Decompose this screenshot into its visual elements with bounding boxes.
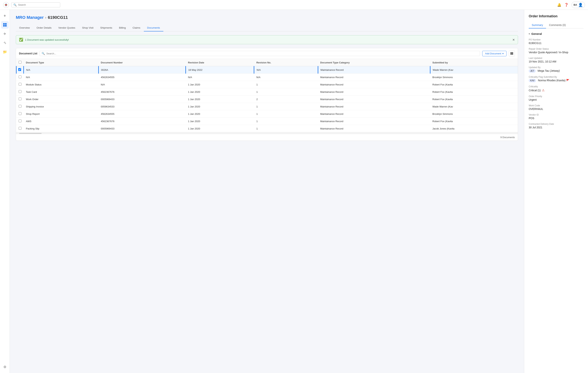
col-submitted-by: Submitted by (430, 59, 518, 66)
document-search-box[interactable]: 🔍 (40, 51, 480, 56)
svg-rect-4 (3, 25, 5, 27)
cell-doc-number: 0026A (99, 66, 186, 73)
breadcrumb-link[interactable]: MRO Manager (16, 15, 44, 20)
cell-revision-no: 1 (254, 81, 318, 88)
add-document-button[interactable]: Add Document ▾ (482, 51, 506, 56)
cell-category: Maintainance Record (318, 103, 430, 110)
row-checkbox[interactable] (19, 97, 21, 100)
row-checkbox[interactable] (19, 83, 21, 86)
sidebar-item-flights[interactable]: ✈ (1, 30, 9, 38)
search-input[interactable] (18, 3, 58, 6)
cell-revision-date: 1 Jan 2020 (186, 103, 254, 110)
updated-by-value: JET Mega Tau (Jetway) (529, 69, 584, 73)
contracted-delivery-value: 30 Jul 2021 (529, 126, 584, 129)
table-row[interactable]: AWS 4562367676 1 Jan 2020 1 Maintainance… (16, 118, 518, 125)
cell-submitted-by: Wade Warren (Kav (430, 66, 518, 73)
table-row[interactable]: Packing Slip 0005969433 1 Jan 2020 1 Mai… (16, 125, 518, 132)
dropdown-arrow-icon: ▾ (502, 52, 504, 55)
row-checkbox[interactable] (19, 127, 21, 130)
tab-shipments[interactable]: Shipments (97, 24, 116, 31)
table-row[interactable]: Shipping Invoice 0059634533 1 Jan 2020 1… (16, 103, 518, 110)
cell-revision-no: 1 (254, 125, 318, 132)
section-collapse-icon: ▾ (529, 32, 530, 35)
document-list-title: Document List (19, 52, 37, 55)
table-row[interactable]: Shop Report 4562634555 1 Jan 2020 1 Main… (16, 110, 518, 118)
row-checkbox[interactable] (19, 120, 21, 122)
sidebar-item-add[interactable]: + (1, 12, 9, 20)
contracted-delivery-row: Contracted Delivery Date 30 Jul 2021 (529, 123, 584, 129)
table-row[interactable]: N/A 4562634555 N/A N/A Maintainance Reco… (16, 73, 518, 81)
cell-revision-date: 1 Jan 2020 (186, 96, 254, 103)
user-avatar-button[interactable]: BA 👤 (571, 2, 585, 8)
criticality-flag-value: KAV Norma Rhodes (Kavita) 🚩 (529, 79, 584, 82)
notifications-icon[interactable]: 🔔 (557, 3, 561, 7)
cell-doc-number: 4562634555 (99, 73, 186, 81)
flag-icon: 🚩 (566, 79, 569, 82)
cell-category: Maintainance Record (318, 118, 430, 125)
cell-revision-no: 1 (254, 103, 318, 110)
sidebar: + ✈ ✂ 📁 ⚙ (0, 10, 10, 373)
tab-documents[interactable]: Documents (144, 24, 163, 31)
row-checkbox[interactable] (18, 68, 21, 71)
breadcrumb-current: 6190CG11 (48, 15, 68, 20)
col-document-type: Document Type (24, 59, 99, 66)
search-box[interactable]: 🔍 (11, 2, 60, 7)
breadcrumb: MRO Manager › 6190CG11 (16, 15, 518, 20)
cell-revision-date: 1 Jan 2020 (186, 110, 254, 118)
tab-billing[interactable]: Billing (116, 24, 129, 31)
sidebar-item-tools[interactable]: ✂ (0, 38, 10, 48)
cell-doc-number: 0005969433 (99, 96, 186, 103)
updated-by-row: Updated By JET Mega Tau (Jetway) (529, 66, 584, 73)
cell-submitted-by: Wade Warren (Kav (430, 103, 518, 110)
svg-point-1 (5, 4, 7, 6)
row-checkbox[interactable] (19, 105, 21, 108)
cell-doc-number: 4562367676 (99, 88, 186, 96)
document-count: 9 Documents (500, 136, 515, 139)
document-search-input[interactable] (46, 52, 478, 55)
cell-doc-type: N/A (24, 66, 99, 73)
row-checkbox[interactable] (19, 75, 21, 78)
tab-claims[interactable]: Claims (129, 24, 144, 31)
general-section-header[interactable]: ▾ General (529, 32, 584, 35)
horizontal-scrollbar[interactable] (16, 132, 518, 134)
cell-category: Maintainance Record (318, 73, 430, 81)
sidebar-item-dashboard[interactable] (1, 21, 9, 29)
main-content: MRO Manager › 6190CG11 Overview Order De… (10, 10, 524, 373)
right-panel: Order Information Summary Comments (0) ▾… (524, 10, 588, 373)
cell-category: Maintainance Record (318, 96, 430, 103)
help-icon[interactable]: ❓ (564, 3, 568, 7)
vendor-id-row: Vendor ID POS (529, 114, 584, 120)
tab-overview[interactable]: Overview (16, 24, 33, 31)
cell-doc-type: Packing Slip (24, 125, 99, 132)
row-checkbox[interactable] (19, 112, 21, 115)
tab-shop-visit[interactable]: Shop Visit (79, 24, 97, 31)
sidebar-item-folders[interactable]: 📁 (1, 48, 9, 56)
cell-submitted-by: Robert Fox (Kavita (430, 96, 518, 103)
panel-tab-summary[interactable]: Summary (529, 22, 546, 28)
col-revision-no: Revision No. (254, 59, 318, 66)
cell-doc-number: 0059634533 (99, 103, 186, 110)
select-all-checkbox[interactable] (19, 61, 21, 64)
tab-order-details[interactable]: Order Details (33, 24, 55, 31)
sidebar-item-settings[interactable]: ⚙ (1, 363, 9, 371)
po-number-row: PO Number 6190CG11 (529, 38, 584, 45)
col-revision-date: Revision Date (186, 59, 254, 66)
table-row[interactable]: Module Status N/A 1 Jan 2020 1 Maintaina… (16, 81, 518, 88)
table-row[interactable]: Task Card 4562367676 1 Jan 2020 1 Mainta… (16, 88, 518, 96)
po-number-value: 6190CG11 (529, 41, 584, 45)
table-row[interactable]: Work Order 0005969433 1 Jan 2020 2 Maint… (16, 96, 518, 103)
order-priority-label: Order Priority (529, 95, 584, 98)
panel-tab-comments[interactable]: Comments (0) (546, 22, 569, 28)
tab-vendor-quotes[interactable]: Vendor Quotes (55, 24, 79, 31)
app-logo[interactable] (3, 2, 9, 8)
cell-submitted-by: Brooklyn Simmons (430, 110, 518, 118)
topnav-right: 🔔 ❓ BA 👤 (557, 2, 585, 8)
banner-close-button[interactable]: ✕ (512, 38, 515, 41)
work-code-value: OVERHAUL (529, 107, 584, 111)
row-checkbox[interactable] (19, 90, 21, 93)
last-updated-label: Last Updated (529, 57, 584, 60)
breadcrumb-separator: › (45, 16, 46, 20)
columns-toggle-button[interactable] (509, 51, 515, 56)
table-row[interactable]: N/A 0026A 18 May 2022 N/A Maintainance R… (16, 66, 518, 73)
panel-tabs: Summary Comments (0) (529, 22, 584, 28)
